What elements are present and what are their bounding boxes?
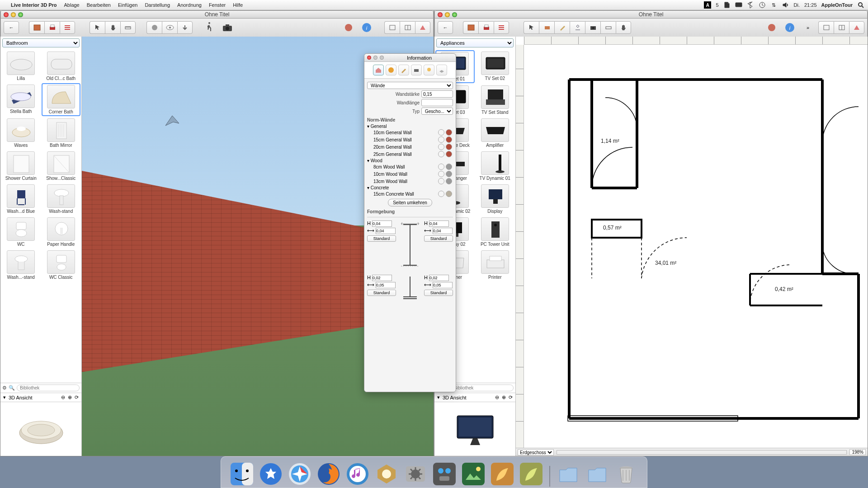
library-item[interactable]: Corner Bath [42, 83, 81, 116]
adobe-icon[interactable]: A [704, 1, 711, 9]
canvas-2d[interactable]: 1,14 m² 0,57 m² 34,01 m² 0,42 m² Erdgesc… [516, 37, 868, 456]
swatch-side1[interactable] [438, 144, 444, 150]
wall-group-header[interactable]: ▾ General [367, 123, 453, 129]
tab-edit-icon[interactable] [398, 65, 409, 75]
view-button[interactable] [162, 21, 177, 34]
dock-imovie[interactable] [374, 461, 399, 487]
viewsplit-button[interactable] [834, 21, 849, 34]
swatch-side2[interactable] [446, 144, 452, 150]
view2d-button[interactable] [818, 21, 834, 34]
close-icon[interactable] [438, 12, 443, 17]
form-w1-right[interactable] [433, 228, 453, 234]
library-item[interactable]: TV Set Stand [476, 84, 515, 116]
dock-adobe1[interactable] [490, 461, 515, 487]
swatch-side2[interactable] [446, 129, 452, 136]
measure-tool[interactable] [600, 21, 616, 34]
refresh-icon[interactable]: ⟳ [75, 394, 79, 400]
search-input-left[interactable] [17, 385, 80, 391]
dock-sysprefs[interactable] [403, 461, 428, 487]
form-h1-right[interactable] [429, 221, 449, 227]
draw-tool[interactable] [554, 21, 570, 34]
zoom-out-icon[interactable]: ⊖ [61, 394, 65, 400]
swatch-side2[interactable] [446, 136, 452, 143]
swatch-side1[interactable] [438, 164, 444, 170]
library-button[interactable] [29, 21, 44, 34]
form-w2-right[interactable] [433, 282, 453, 288]
form-std-right-bot[interactable]: Standard [424, 290, 453, 296]
form-w2-left[interactable] [376, 282, 396, 288]
form-h2-right[interactable] [429, 275, 449, 281]
swatch-side2[interactable] [446, 178, 452, 184]
close-icon[interactable] [367, 56, 371, 60]
library-item[interactable]: Wash...d Blue [1, 183, 41, 215]
wall-preset-row[interactable]: 8cm Wood Wall [367, 163, 453, 170]
minimize-icon[interactable] [11, 12, 16, 17]
swatch-side2[interactable] [446, 171, 452, 177]
form-h1-left[interactable] [372, 221, 392, 227]
view2d-button[interactable] [384, 21, 400, 34]
wall-preset-row[interactable]: 15cm Concrete Wall [367, 190, 453, 197]
library-item[interactable]: Shower Curtain [1, 150, 41, 182]
menu-day[interactable]: Di. [794, 2, 800, 8]
wall-preset-row[interactable]: 10cm General Wall [367, 129, 453, 136]
pan-tool[interactable] [616, 21, 631, 34]
library-item[interactable]: Show...Classic [42, 150, 81, 182]
category-select-left[interactable]: Bathroom [2, 38, 80, 47]
dock-apps-folder[interactable] [556, 461, 581, 487]
dock-trash[interactable] [613, 461, 639, 487]
viewsplit-button[interactable] [400, 21, 415, 34]
swap-sides-button[interactable]: Seiten umkehren [388, 199, 432, 206]
dock-automator[interactable] [432, 461, 457, 487]
gear-icon[interactable]: ⚙ [2, 385, 7, 391]
tab-3d-icon[interactable] [436, 65, 447, 75]
select-tool[interactable] [524, 21, 539, 34]
form-std-left-bot[interactable]: Standard [367, 290, 396, 296]
wall-preset-row[interactable]: 15cm General Wall [367, 136, 453, 143]
minimize-icon[interactable] [445, 12, 450, 17]
zoom-in-icon[interactable]: ⊕ [502, 394, 506, 400]
menu-time[interactable]: 21:25 [804, 2, 817, 8]
zoom-icon[interactable] [380, 56, 384, 60]
library-item[interactable]: Stella Bath [1, 83, 41, 116]
library-grid-left[interactable]: LillaOld Cl...c BathStella BathCorner Ba… [0, 49, 81, 383]
swatch-side1[interactable] [438, 171, 444, 177]
more-button[interactable]: » [800, 21, 816, 34]
typ-select[interactable]: Gescho... [421, 108, 453, 115]
library-item[interactable]: Display [476, 183, 515, 215]
titlebar-left[interactable]: Ohne Titel [0, 10, 434, 19]
walk-button[interactable] [202, 21, 217, 34]
menu-anordnung[interactable]: Anordnung [177, 2, 202, 8]
form-std-right-top[interactable]: Standard [424, 235, 453, 242]
swatch-side2[interactable] [446, 164, 452, 170]
library-item[interactable]: Paper Handle [42, 216, 81, 248]
swatch-side1[interactable] [438, 136, 444, 143]
bug-button[interactable] [764, 21, 779, 34]
library-button[interactable] [463, 21, 478, 34]
menu-ablage[interactable]: Ablage [64, 2, 79, 8]
swatch-side2[interactable] [446, 151, 452, 157]
library-item[interactable]: Wash...-stand [1, 249, 41, 281]
swatch-side1[interactable] [438, 178, 444, 184]
library-item[interactable]: WC [1, 216, 41, 248]
menu-user[interactable]: AppleOnTour [821, 2, 853, 8]
library-item[interactable]: PC Tower Unit [476, 216, 515, 248]
dock-docs-folder[interactable] [585, 461, 610, 487]
titlebar-right[interactable]: Ohne Titel [434, 10, 868, 19]
floor-select[interactable]: Erdgeschoss [518, 449, 554, 455]
form-h2-left[interactable] [372, 275, 392, 281]
zoom-icon[interactable] [18, 12, 23, 17]
swatch-side2[interactable] [446, 191, 452, 197]
length-input[interactable] [421, 99, 453, 106]
tab-print-icon[interactable] [411, 65, 422, 75]
list-button[interactable] [494, 21, 509, 34]
library-item[interactable]: TV Dynamic 01 [476, 150, 515, 182]
volume-icon[interactable] [782, 1, 789, 9]
menu-fenster[interactable]: Fenster [209, 2, 226, 8]
library-item[interactable]: TV Set 02 [476, 50, 515, 83]
view-toggle-left[interactable]: ▾ 3D Ansicht ⊖ ⊕ ⟳ [0, 393, 81, 402]
wall-preset-row[interactable]: 20cm General Wall [367, 143, 453, 150]
dock-itunes[interactable] [345, 461, 370, 487]
minimize-icon[interactable] [373, 56, 377, 60]
swatch-side1[interactable] [438, 129, 444, 136]
scrollbar-horizontal[interactable] [557, 450, 847, 455]
